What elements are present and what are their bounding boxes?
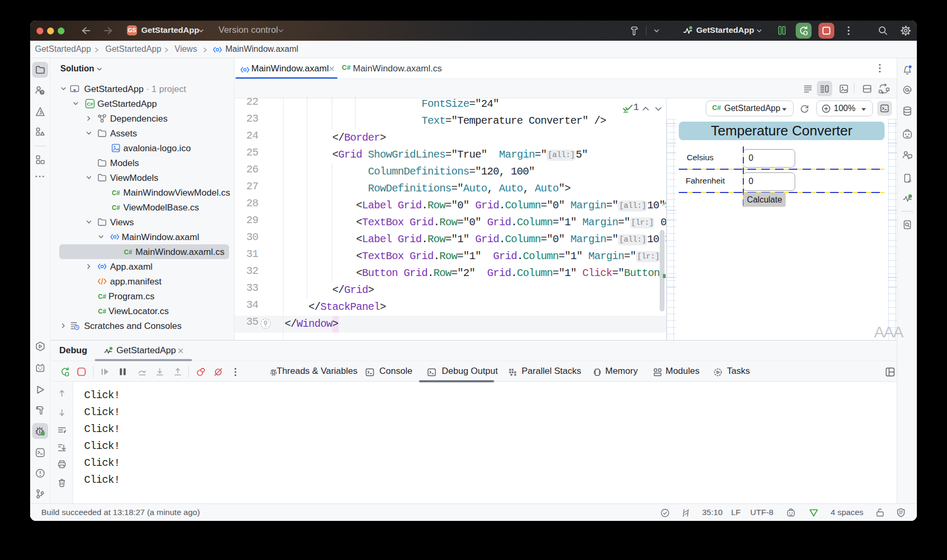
svg-text:C#: C# bbox=[98, 308, 106, 315]
svg-text:C#: C# bbox=[124, 249, 132, 256]
svg-text:C#: C# bbox=[87, 101, 94, 107]
svg-text:?: ? bbox=[41, 90, 43, 95]
svg-text:C#: C# bbox=[98, 293, 106, 300]
svg-text:C#: C# bbox=[112, 204, 120, 212]
svg-text:C#: C# bbox=[112, 189, 120, 197]
